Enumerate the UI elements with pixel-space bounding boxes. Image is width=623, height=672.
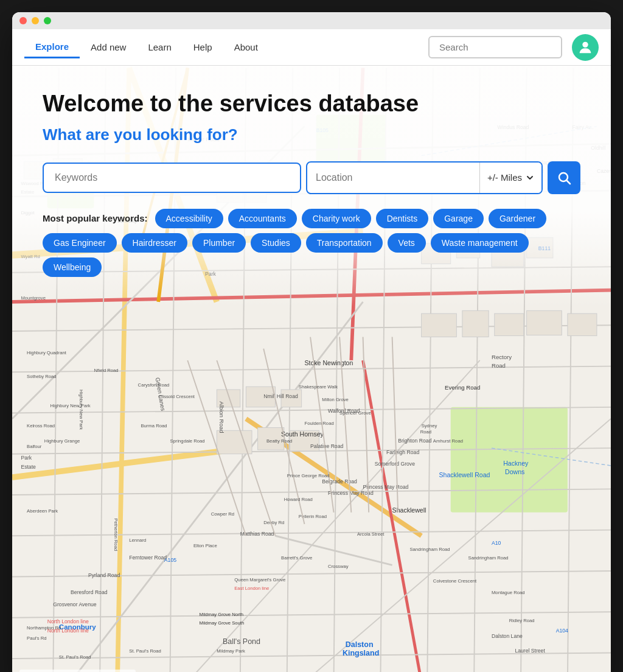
- svg-text:Sydney: Sydney: [422, 423, 437, 429]
- svg-text:St. Paul's Road: St. Paul's Road: [129, 648, 161, 654]
- svg-text:Mildmay Park: Mildmay Park: [217, 648, 245, 654]
- search-icon: [557, 170, 571, 185]
- hero-title: Welcome to the services database: [43, 90, 580, 118]
- svg-text:Rectory: Rectory: [492, 354, 512, 360]
- svg-text:Road: Road: [420, 429, 431, 435]
- svg-text:Road: Road: [492, 362, 506, 369]
- miles-dropdown[interactable]: +/- Miles: [479, 163, 541, 193]
- svg-text:Sotheby Road: Sotheby Road: [27, 374, 57, 379]
- svg-rect-50: [462, 310, 489, 337]
- hero-overlay: Welcome to the services database What ar…: [12, 66, 611, 307]
- svg-text:Belgrade Road: Belgrade Road: [322, 478, 357, 485]
- keyword-studies[interactable]: Studies: [251, 233, 301, 253]
- user-avatar[interactable]: [572, 34, 599, 61]
- svg-text:Crossway: Crossway: [328, 564, 349, 569]
- svg-text:Cowper Rd: Cowper Rd: [211, 511, 234, 517]
- svg-text:Ridley Road: Ridley Road: [509, 618, 535, 623]
- svg-text:Shacklewell: Shacklewell: [392, 506, 426, 514]
- svg-text:Ferntower Road: Ferntower Road: [129, 555, 167, 561]
- svg-text:Mildmay Grove South: Mildmay Grove South: [200, 620, 245, 626]
- svg-text:A104: A104: [556, 628, 568, 634]
- svg-text:Highbury New Park: Highbury New Park: [50, 403, 90, 408]
- svg-text:Shacklewell Road: Shacklewell Road: [439, 471, 490, 478]
- keyword-gas-engineer[interactable]: Gas Engineer: [43, 233, 117, 253]
- nav-search-wrapper: [428, 36, 562, 58]
- nav-link-about[interactable]: About: [223, 37, 269, 57]
- svg-text:Mildmay Grove North: Mildmay Grove North: [200, 612, 243, 617]
- svg-rect-49: [422, 313, 457, 337]
- svg-text:Princess May Road: Princess May Road: [363, 484, 409, 490]
- search-button[interactable]: [548, 161, 580, 194]
- user-icon: [577, 39, 594, 56]
- keyword-hairdresser[interactable]: Hairdresser: [122, 233, 187, 253]
- svg-text:Stoke Newington: Stoke Newington: [304, 359, 353, 366]
- svg-text:Ball's Pond: Ball's Pond: [223, 637, 260, 646]
- search-form: +/- Miles: [43, 161, 580, 194]
- nav-link-help[interactable]: Help: [183, 37, 223, 57]
- nav-link-explore[interactable]: Explore: [24, 37, 80, 58]
- keywords-section: Most popular keywords: Accessibility Acc…: [43, 209, 580, 277]
- keyword-gardener[interactable]: Gardener: [489, 209, 546, 228]
- app-window: Explore Add new Learn Help About: [12, 12, 611, 672]
- svg-rect-52: [527, 310, 562, 335]
- nav-link-learn[interactable]: Learn: [137, 37, 182, 57]
- svg-text:Queen Margaret's Grove: Queen Margaret's Grove: [234, 577, 285, 583]
- hero-subtitle: What are you looking for?: [43, 125, 580, 144]
- svg-text:Denby Rd: Denby Rd: [263, 520, 284, 525]
- svg-rect-53: [568, 313, 597, 336]
- nav-search-input[interactable]: [428, 36, 562, 58]
- svg-text:Foulden Road: Foulden Road: [304, 421, 333, 426]
- svg-text:Clissold Crescent: Clissold Crescent: [158, 394, 195, 399]
- svg-text:Sandringham Road: Sandringham Road: [409, 547, 450, 552]
- maximize-button[interactable]: [44, 17, 51, 24]
- svg-text:Barrett's Grove: Barrett's Grove: [281, 555, 312, 561]
- svg-text:Highbury Quadrant: Highbury Quadrant: [27, 350, 67, 355]
- keyword-waste-management[interactable]: Waste management: [431, 233, 529, 253]
- main-content: Newington Stoke Newington South Hornsey …: [12, 66, 611, 672]
- svg-text:Brighton Road: Brighton Road: [398, 438, 431, 444]
- keyword-transportation[interactable]: Transportation: [306, 233, 383, 253]
- svg-text:St. Paul's Road: St. Paul's Road: [59, 654, 91, 660]
- svg-text:Northampton Rd: Northampton Rd: [27, 625, 61, 631]
- svg-text:North London line: North London line: [47, 618, 89, 625]
- svg-text:Kelross Road: Kelross Road: [27, 423, 55, 429]
- popular-keywords-label: Most popular keywords:: [43, 213, 148, 223]
- keyword-wellbeing[interactable]: Wellbeing: [43, 257, 102, 277]
- svg-rect-51: [495, 313, 524, 336]
- svg-text:Spencer Grove: Spencer Grove: [339, 410, 371, 416]
- svg-text:Downs: Downs: [505, 468, 524, 475]
- svg-text:Springdale Road: Springdale Road: [170, 438, 204, 444]
- minimize-button[interactable]: [32, 17, 39, 24]
- svg-point-0: [582, 41, 588, 47]
- keyword-dentists[interactable]: Dentists: [376, 209, 429, 228]
- keyword-vets[interactable]: Vets: [388, 233, 426, 253]
- svg-text:Kingsland: Kingsland: [343, 649, 379, 657]
- svg-text:Park: Park: [21, 455, 32, 461]
- svg-text:Milton Grove: Milton Grove: [322, 397, 349, 402]
- keywords-input[interactable]: [43, 163, 301, 193]
- keyword-garage[interactable]: Garage: [433, 209, 484, 228]
- svg-text:Dalston: Dalston: [346, 640, 374, 649]
- chevron-down-icon: [526, 173, 534, 182]
- nav-link-add-new[interactable]: Add new: [80, 37, 137, 57]
- svg-text:Balfour: Balfour: [27, 444, 42, 449]
- keyword-accessibility[interactable]: Accessibility: [155, 209, 223, 228]
- svg-text:Dalston Lane: Dalston Lane: [492, 633, 523, 639]
- svg-text:Arcola Street: Arcola Street: [357, 531, 385, 537]
- svg-text:Estate: Estate: [21, 464, 36, 470]
- keyword-charity-work[interactable]: Charity work: [302, 209, 371, 228]
- svg-text:Prince George Road: Prince George Road: [287, 473, 330, 478]
- close-button[interactable]: [19, 17, 27, 24]
- svg-text:Montague Road: Montague Road: [492, 590, 525, 595]
- nav-links: Explore Add new Learn Help About: [24, 37, 269, 58]
- keyword-accountants[interactable]: Accountants: [228, 209, 297, 228]
- location-wrapper: +/- Miles: [306, 161, 543, 194]
- map-attribution: Source: OpenStreetMap - CC BY-SA: [19, 670, 136, 672]
- svg-text:Amhurst Road: Amhurst Road: [433, 438, 463, 444]
- svg-text:Sandringham Road: Sandringham Road: [468, 555, 509, 561]
- svg-text:Lennard: Lennard: [129, 537, 146, 543]
- svg-text:Grosvenor Avenue: Grosvenor Avenue: [53, 601, 96, 607]
- keyword-plumber[interactable]: Plumber: [192, 233, 246, 253]
- svg-text:Palatine Road: Palatine Road: [310, 443, 343, 449]
- location-input[interactable]: [307, 164, 479, 192]
